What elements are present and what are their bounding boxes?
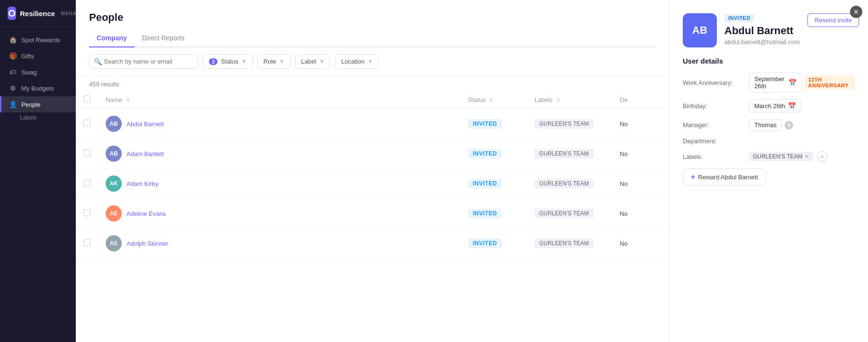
- sidebar-sub-label: Labels: [20, 114, 36, 121]
- work-anniversary-row: Work Anniversary: September 26th 📅 12TH …: [683, 73, 855, 92]
- manager-value: Thomas ⊗: [749, 119, 793, 131]
- col-header-status[interactable]: Status ⇅: [461, 91, 527, 109]
- table-body: AB Abdul Barnett INVITED GURLEEN'S TEAM …: [76, 109, 669, 259]
- sidebar-sub-labels[interactable]: Labels: [0, 112, 76, 123]
- col-header-check: [76, 91, 98, 109]
- search-input[interactable]: [89, 54, 198, 69]
- labels-row: Labels: GURLEEN'S TEAM ✕ +: [683, 151, 855, 162]
- row-person-name[interactable]: Abdul Barnett: [127, 120, 164, 128]
- row-name-cell: AS Adolph Skinner: [98, 229, 461, 259]
- close-button[interactable]: ✕: [850, 6, 862, 18]
- sidebar-item-my-budgets[interactable]: ⚙ My Budgets: [0, 80, 76, 96]
- manager-remove-button[interactable]: ⊗: [785, 121, 793, 129]
- label-add-button[interactable]: +: [817, 151, 827, 162]
- row-checkbox-cell: [76, 199, 98, 229]
- results-count: 459 results: [76, 76, 669, 91]
- label-remove-button[interactable]: ✕: [805, 153, 809, 160]
- status-filter[interactable]: 3 Status ▼: [203, 54, 253, 69]
- page-title: People: [89, 11, 656, 24]
- detail-panel: ✕ AB INVITED Abdul Barnett abdul.barnett…: [669, 0, 868, 342]
- sidebar-item-label: My Budgets: [21, 85, 54, 92]
- people-panel: People Company Direct Reports 🔍 3 Status…: [76, 0, 669, 342]
- row-checkbox[interactable]: [83, 120, 90, 127]
- tab-direct-reports[interactable]: Direct Reports: [135, 30, 192, 47]
- row-checkbox-cell: [76, 229, 98, 259]
- table-row: AE Adeline Evans INVITED GURLEEN'S TEAM …: [76, 199, 669, 229]
- sidebar-item-swag[interactable]: 🏷 Swag: [0, 64, 76, 80]
- status-badge: INVITED: [468, 239, 502, 248]
- manager-name: Thomas: [754, 121, 777, 129]
- sidebar-nav: 🏠 Spot Rewards 🎁 Gifts 🏷 Swag ⚙ My Budge…: [0, 27, 76, 342]
- row-dept-cell: No: [612, 109, 669, 139]
- labels-sort-icon: ⇅: [556, 97, 561, 103]
- row-person-name[interactable]: Adolph Skinner: [127, 240, 168, 247]
- row-dept-cell: No: [612, 229, 669, 259]
- detail-user-info: INVITED Abdul Barnett abdul.barnett@hotm…: [724, 13, 800, 46]
- col-header-dept[interactable]: De: [612, 91, 669, 109]
- label-filter[interactable]: Label ▼: [295, 54, 331, 69]
- col-header-labels[interactable]: Labels ⇅: [527, 91, 612, 109]
- sidebar-item-people[interactable]: 👤 People: [0, 96, 76, 112]
- row-dept-cell: No: [612, 199, 669, 229]
- app-name: Resilience: [20, 9, 55, 18]
- row-person-name[interactable]: Adeline Evans: [127, 210, 166, 217]
- location-filter[interactable]: Location ▼: [335, 54, 379, 69]
- row-label-badge: GURLEEN'S TEAM: [534, 179, 594, 188]
- invited-badge: INVITED: [724, 14, 754, 22]
- row-labels-cell: GURLEEN'S TEAM: [527, 169, 612, 199]
- work-anniversary-label: Work Anniversary:: [683, 79, 749, 86]
- reward-plus-icon: +: [691, 173, 695, 181]
- row-labels-cell: GURLEEN'S TEAM: [527, 199, 612, 229]
- sidebar-item-spot-rewards[interactable]: 🏠 Spot Rewards: [0, 32, 76, 48]
- detail-email: abdul.barnett@hotmail.com: [724, 38, 800, 46]
- table-row: AS Adolph Skinner INVITED GURLEEN'S TEAM…: [76, 229, 669, 259]
- select-all-checkbox[interactable]: [83, 95, 90, 102]
- reward-button-label: Reward Abdul Barnett: [698, 174, 758, 181]
- detail-avatar-section: AB INVITED Abdul Barnett abdul.barnett@h…: [669, 0, 868, 55]
- labels-value: GURLEEN'S TEAM ✕ +: [749, 151, 827, 162]
- row-checkbox[interactable]: [83, 209, 90, 216]
- tab-company[interactable]: Company: [89, 30, 135, 47]
- people-table: Name ⇅ Status ⇅ Labels ⇅ De: [76, 91, 669, 259]
- search-wrapper: 🔍: [89, 54, 198, 69]
- sidebar-item-label: People: [21, 101, 40, 108]
- row-name-cell: AE Adeline Evans: [98, 199, 461, 229]
- work-anniversary-date[interactable]: September 26th 📅: [749, 73, 802, 92]
- row-name-cell: AB Abdul Barnett: [98, 109, 461, 139]
- row-checkbox[interactable]: [83, 179, 90, 186]
- search-icon: 🔍: [94, 58, 102, 65]
- table-row: AB Abdul Barnett INVITED GURLEEN'S TEAM …: [76, 109, 669, 139]
- row-checkbox[interactable]: [83, 149, 90, 157]
- filters-bar: 🔍 3 Status ▼ Role ▼ Label ▼ Location ▼: [76, 47, 669, 76]
- spot-rewards-icon: 🏠: [9, 36, 17, 44]
- location-filter-arrow: ▼: [368, 59, 372, 64]
- row-person-name[interactable]: Adam Bartlett: [127, 150, 164, 157]
- row-dept-cell: No: [612, 169, 669, 199]
- row-checkbox[interactable]: [83, 239, 90, 246]
- row-person-name[interactable]: Adam Kirby: [127, 180, 158, 187]
- row-status-cell: INVITED: [461, 169, 527, 199]
- birthday-date[interactable]: March 26th 📅: [749, 99, 801, 112]
- row-checkbox-cell: [76, 169, 98, 199]
- people-icon: 👤: [9, 101, 17, 108]
- row-label-badge: GURLEEN'S TEAM: [534, 239, 594, 248]
- role-filter-arrow: ▼: [280, 59, 284, 64]
- detail-name: Abdul Barnett: [724, 25, 800, 37]
- row-checkbox-cell: [76, 139, 98, 169]
- status-count: 3: [209, 58, 217, 65]
- row-labels-cell: GURLEEN'S TEAM: [527, 139, 612, 169]
- col-header-name[interactable]: Name ⇅: [98, 91, 461, 109]
- label-filter-arrow: ▼: [319, 59, 324, 64]
- tab-bar: Company Direct Reports: [89, 30, 656, 47]
- sidebar-item-gifts[interactable]: 🎁 Gifts: [0, 48, 76, 64]
- status-badge: INVITED: [468, 209, 502, 218]
- role-filter[interactable]: Role ▼: [257, 54, 290, 69]
- name-sort-icon: ⇅: [126, 97, 130, 103]
- table-row: AB Adam Bartlett INVITED GURLEEN'S TEAM …: [76, 139, 669, 169]
- department-row: Department:: [683, 138, 855, 145]
- birthday-label: Birthday:: [683, 102, 749, 110]
- reward-button[interactable]: + Reward Abdul Barnett: [683, 168, 766, 185]
- row-avatar: AB: [106, 116, 122, 132]
- status-sort-icon: ⇅: [489, 97, 493, 103]
- swag-icon: 🏷: [9, 68, 17, 76]
